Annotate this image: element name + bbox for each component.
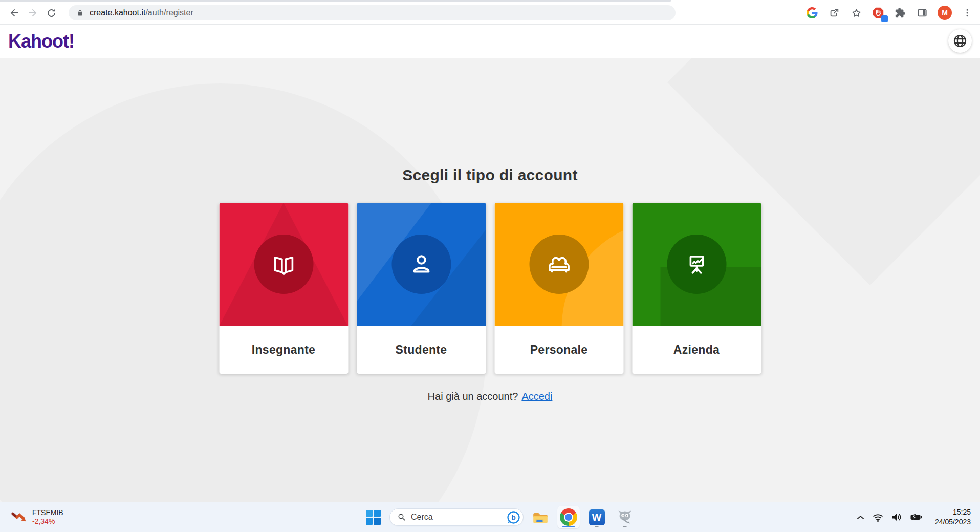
presentation-icon [682, 249, 711, 279]
lock-icon [76, 9, 84, 17]
tab-strip [0, 0, 671, 2]
card-insegnante[interactable]: Insegnante [219, 203, 348, 374]
system-tray [856, 502, 923, 532]
page-content: Scegli il tipo di account Insegnante [0, 58, 980, 502]
login-prompt-row: Hai già un account?Accedi [0, 391, 980, 402]
card-icon-circle [391, 235, 451, 294]
card-icon-circle [667, 235, 726, 294]
sofa-icon [544, 249, 574, 279]
start-button[interactable] [362, 506, 384, 528]
google-extension-button[interactable] [805, 6, 819, 19]
chrome-icon [560, 508, 577, 526]
stock-texts: FTSEMIB -2,34% [32, 508, 63, 526]
bing-chat-icon[interactable]: b [507, 510, 520, 524]
card-azienda[interactable]: Azienda [632, 203, 761, 374]
reload-button[interactable] [42, 4, 60, 22]
url-text: create.kahoot.it/auth/register [90, 8, 193, 17]
screen: create.kahoot.it/auth/register [0, 0, 980, 532]
svg-text:b: b [511, 514, 515, 521]
browser-menu-button[interactable] [961, 6, 974, 19]
kahoot-logo[interactable]: Kahoot! [8, 29, 74, 52]
search-placeholder: Cerca [411, 513, 502, 522]
card-label: Azienda [632, 326, 761, 374]
windows-logo-icon [366, 510, 381, 525]
page-title: Scegli il tipo di account [0, 166, 980, 184]
card-insegnante-art [219, 203, 348, 326]
stock-change: -2,34% [32, 517, 63, 526]
puzzle-icon [895, 7, 906, 18]
stock-trend-icon [11, 510, 28, 524]
card-label: Personale [494, 326, 623, 374]
speaker-icon [890, 511, 903, 523]
taskbar-clock[interactable]: 15:25 24/05/2023 [935, 507, 971, 527]
extensions-button[interactable] [894, 6, 907, 19]
running-app-dot [595, 526, 599, 527]
share-button[interactable] [827, 6, 841, 19]
taskbar-word[interactable]: W [585, 506, 608, 528]
volume-button[interactable] [890, 511, 903, 523]
language-button[interactable] [948, 29, 972, 53]
card-studente[interactable]: Studente [357, 203, 486, 374]
star-icon [851, 7, 862, 19]
share-icon [829, 7, 840, 18]
battery-button[interactable] [909, 511, 923, 523]
url-path: /auth/register [145, 8, 193, 17]
taskbar-file-explorer[interactable] [529, 506, 552, 528]
card-azienda-art [632, 203, 761, 326]
forward-arrow-icon [27, 7, 38, 18]
search-icon [397, 513, 406, 522]
taskbar-chrome[interactable] [557, 506, 580, 528]
gimp-icon [617, 509, 633, 525]
google-g-icon [807, 7, 818, 18]
clock-date: 24/05/2023 [935, 517, 971, 527]
side-panel-icon [917, 7, 928, 18]
card-studente-art [357, 203, 486, 326]
extension-badge [881, 15, 888, 22]
side-panel-button[interactable] [916, 6, 929, 19]
address-bar[interactable]: create.kahoot.it/auth/register [69, 5, 676, 20]
card-personale-art [494, 203, 623, 326]
running-app-dot [623, 526, 627, 527]
file-explorer-icon [532, 509, 549, 525]
globe-icon [951, 32, 969, 50]
url-host: create.kahoot.it [90, 8, 145, 17]
open-book-icon [269, 249, 298, 279]
card-personale[interactable]: Personale [494, 203, 623, 374]
back-button[interactable] [5, 4, 24, 22]
browser-toolbar: create.kahoot.it/auth/register [0, 0, 980, 25]
reload-icon [46, 8, 57, 18]
account-type-cards: Insegnante Studente [219, 203, 761, 374]
back-arrow-icon [9, 7, 20, 18]
tray-expand-button[interactable] [856, 513, 865, 522]
site-header: Kahoot! [0, 25, 980, 57]
taskbar-gimp[interactable] [614, 506, 636, 528]
card-label: Insegnante [219, 326, 348, 374]
active-app-indicator [562, 526, 575, 527]
login-prompt-text: Hai già un account? [428, 391, 518, 402]
taskbar-center: Cerca b [362, 502, 636, 532]
forward-button[interactable] [24, 4, 42, 22]
card-icon-circle [529, 235, 589, 294]
chevron-up-icon [856, 513, 865, 522]
taskbar-stock-widget[interactable]: FTSEMIB -2,34% [11, 508, 63, 526]
card-icon-circle [254, 235, 313, 294]
adblock-extension-button[interactable] [872, 6, 885, 19]
login-link[interactable]: Accedi [521, 391, 552, 402]
bookmark-button[interactable] [850, 6, 863, 19]
battery-charging-icon [909, 511, 923, 523]
taskbar: FTSEMIB -2,34% Cerca b [0, 502, 980, 532]
stock-symbol: FTSEMIB [32, 508, 63, 517]
kebab-menu-icon [962, 8, 972, 18]
wifi-button[interactable] [872, 512, 884, 523]
card-label: Studente [357, 326, 486, 374]
toolbar-actions: M [805, 6, 974, 20]
profile-avatar[interactable]: M [938, 6, 952, 20]
word-icon: W [589, 509, 605, 525]
wifi-icon [872, 512, 884, 523]
clock-time: 15:25 [935, 507, 971, 517]
taskbar-search[interactable]: Cerca b [389, 508, 524, 526]
person-icon [406, 249, 436, 279]
